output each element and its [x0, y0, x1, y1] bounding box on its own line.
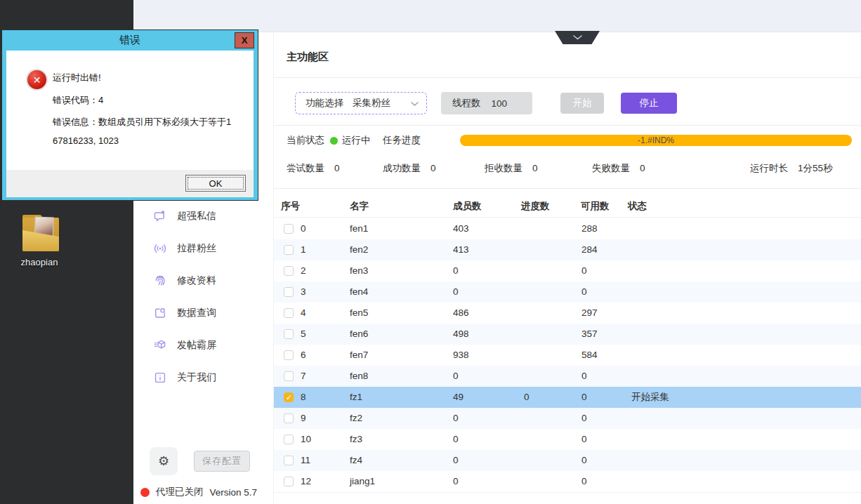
cell-name: fen7 [350, 345, 368, 366]
row-checkbox[interactable] [284, 456, 294, 465]
row-checkbox[interactable] [284, 266, 294, 276]
runtime-counter: 运行时长1分55秒 [750, 163, 833, 174]
cell-index: 2 [301, 260, 306, 281]
proxy-status-text: 代理已关闭 [156, 486, 204, 498]
sidebar-item-label: 数据查询 [177, 307, 216, 319]
cell-index: 5 [301, 324, 306, 345]
table-row[interactable]: 10 fz3 0 0 [274, 429, 861, 450]
running-status-dot [330, 137, 338, 145]
start-button[interactable]: 开始 [560, 93, 604, 114]
row-checkbox[interactable] [284, 224, 294, 234]
table-row[interactable]: 11 fz4 0 0 [274, 450, 861, 471]
sidebar-item-label: 拉群粉丝 [177, 242, 216, 255]
table-row[interactable]: 4 fen5 486 297 [274, 303, 861, 324]
stop-button[interactable]: 停止 [621, 93, 677, 114]
error-detail-line: 67816233, 1023 [53, 135, 119, 146]
sidebar-item-private-message[interactable]: 超强私信 [133, 200, 273, 232]
error-dialog-title: 错误 [119, 34, 140, 47]
table-row[interactable]: 9 fz2 0 0 [274, 408, 861, 429]
function-select-dropdown[interactable]: 功能选择 采集粉丝 [295, 92, 427, 114]
contact-card-icon [153, 306, 167, 320]
column-header-name: 名字 [350, 195, 369, 218]
ok-button[interactable]: OK [185, 175, 246, 192]
sidebar-item-about-us[interactable]: 关于我们 [133, 362, 273, 394]
cell-available: 0 [581, 408, 587, 429]
cell-index: 4 [301, 303, 306, 324]
row-checkbox[interactable] [284, 308, 294, 318]
cell-name: fz1 [350, 387, 362, 408]
row-checkbox[interactable] [284, 329, 294, 339]
desktop-folder-label: zhaopian [4, 257, 74, 267]
main-panel: 主功能区 功能选择 采集粉丝 线程数 100 开始 停止 当前状态 运行中 任务 [274, 32, 861, 504]
table-header: 序号 名字 成员数 进度数 可用数 状态 [274, 195, 861, 218]
table-row[interactable]: 2 fen3 0 0 [274, 260, 861, 281]
row-checkbox[interactable] [284, 287, 294, 297]
top-strip [133, 0, 861, 32]
divider [274, 188, 861, 189]
error-dialog-body: ✕ 运行时出错! 错误代码：4 错误信息：数组成员引用下标必须大于等于1 678… [6, 51, 254, 170]
table-row[interactable]: 5 fen6 498 357 [274, 324, 861, 345]
cell-name: jiang1 [350, 471, 375, 492]
task-progress-label: 任务进度 [383, 135, 421, 146]
row-checkbox[interactable] [284, 413, 294, 423]
cell-index: 3 [301, 281, 306, 303]
cell-index: 10 [301, 429, 311, 450]
current-state-value: 运行中 [342, 135, 371, 146]
cell-available: 297 [581, 303, 598, 324]
row-checkbox[interactable] [284, 245, 294, 255]
cell-index: 8 [301, 387, 306, 408]
cell-name: fz4 [350, 450, 362, 471]
cell-available: 288 [581, 218, 598, 239]
close-button[interactable]: X [235, 32, 254, 48]
settings-button[interactable]: ⚙ [150, 447, 178, 475]
table-row[interactable]: 1 fen2 413 284 [274, 239, 861, 260]
cell-index: 0 [301, 218, 306, 239]
cell-available: 584 [581, 345, 598, 366]
progress-text: -1.#IND% [638, 135, 674, 145]
row-checkbox[interactable] [284, 392, 294, 402]
cell-available: 0 [581, 366, 587, 387]
cell-members: 0 [453, 408, 459, 429]
divider [274, 125, 861, 126]
sidebar-item-data-query[interactable]: 数据查询 [133, 297, 273, 329]
info-icon [153, 371, 167, 385]
desktop-folder-icon[interactable] [22, 215, 59, 254]
counters-row: 尝试数量0 成功数量0 拒收数量0 失败数量0 运行时长1分55秒 [274, 163, 861, 174]
table-row[interactable]: 12 jiang1 0 0 [274, 471, 861, 492]
reject-counter: 拒收数量0 [485, 163, 538, 174]
fail-counter: 失败数量0 [592, 163, 645, 174]
sidebar-item-post-flood[interactable]: 发帖霸屏 [133, 329, 273, 362]
table-row[interactable]: 8 fz1 49 0 0 开始采集 [274, 387, 861, 408]
cell-index: 11 [301, 450, 310, 471]
error-info-line: 错误信息：数组成员引用下标必须大于等于1 [53, 116, 231, 128]
cell-index: 9 [301, 408, 306, 429]
cell-name: fen6 [350, 324, 368, 345]
table-row[interactable]: 3 fen4 0 0 [274, 281, 861, 303]
error-icon: ✕ [26, 69, 48, 91]
cell-members: 0 [453, 260, 459, 281]
row-checkbox[interactable] [284, 477, 294, 486]
table-row[interactable]: 6 fen7 938 584 [274, 345, 861, 366]
table-body: 0 fen1 403 288 1 fen2 413 284 2 [274, 218, 861, 493]
row-checkbox[interactable] [284, 435, 294, 444]
error-code-line: 错误代码：4 [53, 94, 103, 107]
column-header-index: 序号 [281, 195, 300, 218]
sidebar-item-edit-profile[interactable]: 修改资料 [133, 265, 273, 297]
table-row[interactable]: 0 fen1 403 288 [274, 218, 861, 239]
cell-members: 938 [453, 345, 469, 366]
row-checkbox[interactable] [284, 371, 294, 381]
cell-members: 0 [453, 281, 459, 303]
row-checkbox[interactable] [284, 350, 294, 360]
cell-name: fz3 [350, 429, 362, 450]
cell-index: 7 [301, 366, 306, 387]
table-row[interactable]: 7 fen8 0 0 [274, 366, 861, 387]
cell-name: fen3 [350, 260, 368, 281]
chevron-down-icon [573, 35, 582, 40]
thread-count-label: 线程数 [452, 97, 481, 110]
screen: zhaopian 超强私信 拉群粉丝 [0, 0, 861, 504]
sidebar-item-pull-group-fans[interactable]: 拉群粉丝 [133, 232, 273, 265]
fingerprint-icon [153, 274, 167, 288]
thread-count-field[interactable]: 线程数 100 [441, 92, 532, 114]
sidebar-menu: 超强私信 拉群粉丝 修改资料 [133, 200, 273, 394]
save-config-button[interactable]: 保存配置 [194, 451, 250, 472]
